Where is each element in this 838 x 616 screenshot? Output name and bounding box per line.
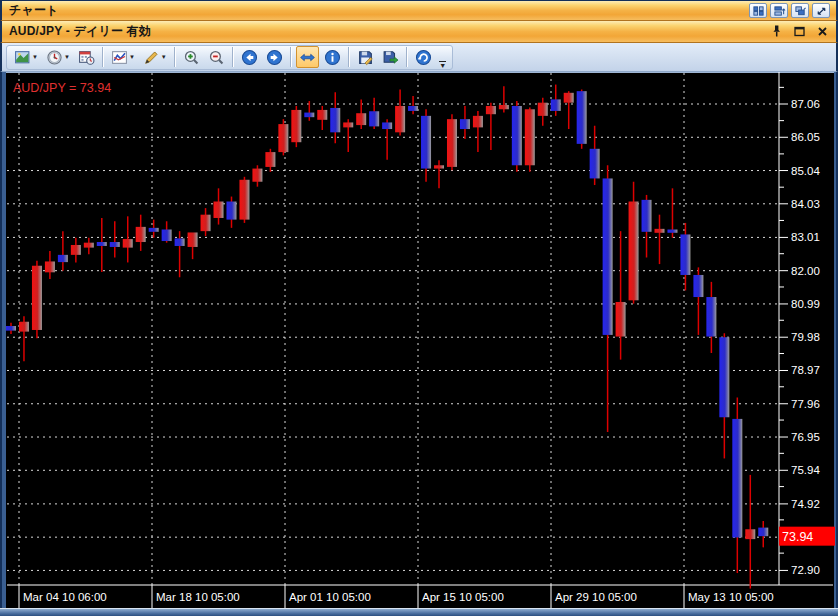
toolbar-separator [174, 47, 176, 67]
window-bottom-border [0, 608, 838, 616]
toolbar-separator [348, 47, 350, 67]
symbol-price-label: AUD/JPY = 73.94 [13, 81, 111, 95]
chart-background [0, 72, 838, 608]
close-icon [815, 24, 830, 39]
candle [577, 90, 587, 149]
fit-width-icon [299, 49, 316, 66]
candle [512, 101, 522, 172]
forward-button[interactable] [263, 46, 286, 68]
export-icon [382, 49, 399, 66]
svg-text:86.05: 86.05 [791, 131, 820, 143]
refresh-button[interactable] [412, 46, 435, 68]
pin-icon [769, 24, 784, 39]
chevron-down-icon: ▼ [161, 54, 167, 60]
zoom-out-icon [208, 49, 225, 66]
maximize-icon [792, 24, 807, 39]
svg-text:76.95: 76.95 [791, 431, 820, 443]
svg-text:Apr 01 10 05:00: Apr 01 10 05:00 [289, 591, 371, 603]
candle [291, 106, 301, 147]
app-title: チャート [9, 2, 59, 19]
chevron-down-icon: ▼ [64, 54, 70, 60]
timeframe-button[interactable]: ▼ [43, 46, 73, 68]
chart-window-title: AUD/JPY - デイリー 有効 [9, 23, 151, 40]
svg-text:78.97: 78.97 [791, 364, 820, 376]
resize-diagonal-button[interactable] [812, 3, 830, 18]
zoom-in-button[interactable] [180, 46, 203, 68]
toolbar-panel: ▼ ▼ [6, 45, 453, 70]
toolbar-separator [232, 47, 234, 67]
svg-text:87.06: 87.06 [791, 98, 820, 110]
chevron-down-icon: ▼ [129, 54, 135, 60]
resize-diagonal-icon [815, 5, 828, 17]
save-button[interactable] [354, 46, 377, 68]
cascade-windows-icon [794, 5, 807, 17]
back-icon [241, 49, 258, 66]
forward-icon [266, 49, 283, 66]
svg-text:79.98: 79.98 [791, 331, 820, 343]
info-button[interactable] [321, 46, 344, 68]
zoom-in-icon [183, 49, 200, 66]
indicators-button[interactable]: ▼ [108, 46, 138, 68]
candle [278, 119, 288, 155]
svg-text:77.96: 77.96 [791, 398, 820, 410]
save-icon [357, 49, 374, 66]
svg-text:Mar 04 10 06:00: Mar 04 10 06:00 [23, 591, 107, 603]
candle [525, 108, 535, 172]
svg-text:72.90: 72.90 [791, 564, 820, 576]
svg-text:73.94: 73.94 [782, 530, 813, 544]
toolbar-overflow-button[interactable]: ▼ [437, 46, 449, 69]
chart-type-button[interactable]: ▼ [11, 46, 41, 68]
chart-application-window: チャート [0, 0, 838, 616]
toolbar-separator [406, 47, 408, 67]
tile-horizontal-button[interactable] [770, 3, 788, 18]
draw-tools-button[interactable]: ▼ [140, 46, 170, 68]
maximize-button[interactable] [791, 24, 807, 40]
chevron-down-icon: ▼ [32, 54, 38, 60]
svg-text:Mar 18 10 05:00: Mar 18 10 05:00 [156, 591, 240, 603]
svg-text:May 13 10 05:00: May 13 10 05:00 [688, 591, 774, 603]
svg-text:84.03: 84.03 [791, 198, 820, 210]
svg-text:Apr 29 10 05:00: Apr 29 10 05:00 [555, 591, 637, 603]
candle [32, 261, 42, 338]
svg-text:Apr 15 10 05:00: Apr 15 10 05:00 [422, 591, 504, 603]
back-button[interactable] [238, 46, 261, 68]
tile-horizontal-icon [773, 5, 786, 17]
periodicity-calendar-icon [78, 49, 95, 66]
svg-text:80.99: 80.99 [791, 298, 820, 310]
app-titlebar[interactable]: チャート [0, 0, 838, 21]
export-button[interactable] [379, 46, 402, 68]
svg-text:82.00: 82.00 [791, 265, 820, 277]
toolbar-separator [102, 47, 104, 67]
chart-type-icon [14, 49, 31, 66]
current-price-marker: 73.94 [779, 527, 835, 546]
candlestick-chart[interactable]: 87.0686.0585.0484.0383.0182.0080.9979.98… [0, 72, 838, 608]
tile-windows-icon [752, 5, 765, 17]
candle [447, 114, 457, 170]
tile-windows-button[interactable] [749, 3, 767, 18]
chevron-down-icon: ▼ [439, 63, 446, 69]
timeframe-clock-icon [46, 49, 63, 66]
toolbar-separator [290, 47, 292, 67]
info-icon [324, 49, 341, 66]
pin-button[interactable] [768, 24, 784, 40]
svg-text:83.01: 83.01 [791, 231, 820, 243]
candle [239, 177, 249, 223]
chart-canvas[interactable]: 87.0686.0585.0484.0383.0182.0080.9979.98… [0, 72, 838, 608]
zoom-out-button[interactable] [205, 46, 228, 68]
indicators-icon [111, 49, 128, 66]
chart-window-titlebar[interactable]: AUD/JPY - デイリー 有効 [0, 21, 838, 43]
cascade-windows-button[interactable] [791, 3, 809, 18]
close-button[interactable] [814, 24, 830, 40]
svg-text:85.04: 85.04 [791, 165, 820, 177]
refresh-icon [415, 49, 432, 66]
periodicity-button[interactable] [75, 46, 98, 68]
draw-tools-icon [143, 49, 160, 66]
svg-text:74.92: 74.92 [791, 498, 820, 510]
chart-toolbar: ▼ ▼ [0, 43, 838, 72]
svg-text:75.94: 75.94 [791, 464, 820, 476]
fit-width-button[interactable] [296, 46, 319, 68]
